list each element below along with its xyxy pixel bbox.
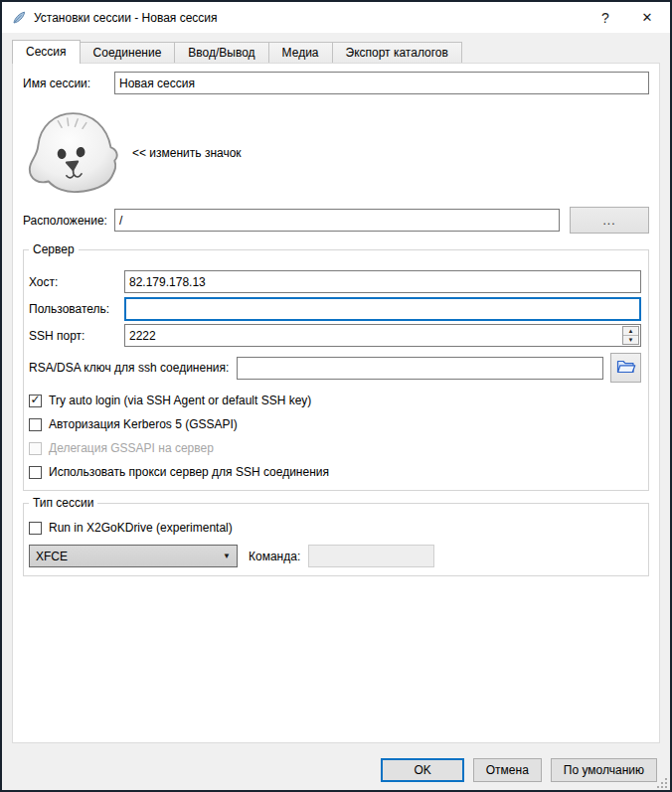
host-label: Хост:	[29, 275, 124, 289]
browse-button[interactable]: ...	[570, 207, 649, 234]
path-input[interactable]	[114, 209, 560, 232]
folder-icon	[616, 359, 636, 378]
ssh-port-label: SSH порт:	[29, 329, 124, 343]
tab-shared-folders[interactable]: Экспорт каталогов	[332, 42, 462, 63]
session-name-label: Имя сессии:	[23, 77, 114, 90]
checkbox-disabled-icon	[29, 442, 42, 455]
titlebar[interactable]: Установки сессии - Новая сессия ? ✕	[2, 2, 670, 33]
close-button[interactable]: ✕	[626, 2, 668, 33]
browse-key-button[interactable]	[610, 353, 641, 383]
help-button[interactable]: ?	[585, 2, 626, 33]
tab-media[interactable]: Медиа	[268, 42, 333, 63]
user-input[interactable]	[124, 297, 641, 321]
server-group-title: Сервер	[29, 242, 79, 256]
host-input[interactable]	[124, 270, 641, 293]
footer: OK Отмена По умолчанию	[12, 758, 660, 782]
resize-grip[interactable]	[656, 777, 667, 788]
command-label: Команда:	[249, 550, 300, 563]
tabbar: Сессия Соединение Ввод/Вывод Медиа Экспо…	[12, 39, 660, 63]
session-type-group-title: Тип сессии	[29, 496, 97, 510]
checkbox-gssapi-delegation: Делегация GSSAPI на сервер	[29, 438, 641, 458]
checkbox-ssh-proxy[interactable]: Использовать прокси сервер для SSH соеди…	[29, 462, 641, 482]
checkbox-try-auto-login[interactable]: ✓ Try auto login (via SSH Agent or defau…	[29, 391, 641, 410]
session-type-group: Тип сессии Run in X2GoKDrive (experiment…	[23, 503, 649, 576]
checkbox-unchecked-icon	[29, 466, 42, 479]
window-title: Установки сессии - Новая сессия	[34, 11, 585, 25]
session-settings-dialog: Установки сессии - Новая сессия ? ✕ Сесс…	[0, 0, 672, 792]
tab-input-output[interactable]: Ввод/Вывод	[174, 42, 268, 63]
dialog-body: Сессия Соединение Ввод/Вывод Медиа Экспо…	[2, 33, 670, 790]
server-group: Сервер Хост: Пользователь: SSH порт: ▲	[23, 249, 649, 491]
session-seal-icon[interactable]	[26, 109, 120, 197]
user-label: Пользователь:	[29, 302, 124, 316]
ssh-key-input[interactable]	[237, 357, 603, 380]
defaults-button[interactable]: По умолчанию	[551, 758, 657, 782]
ssh-port-input[interactable]	[124, 324, 641, 347]
checkbox-x2gokdrive[interactable]: Run in X2GoKDrive (experimental)	[29, 518, 641, 538]
checkbox-unchecked-icon	[29, 418, 42, 431]
feather-icon	[11, 10, 27, 26]
session-name-input[interactable]	[114, 72, 649, 94]
spin-down-icon[interactable]: ▼	[623, 336, 638, 344]
checkbox-unchecked-icon	[29, 522, 42, 535]
change-icon-label: << изменить значок	[132, 146, 242, 160]
session-type-select[interactable]: XFCE ▼	[29, 545, 238, 567]
cancel-button[interactable]: Отмена	[473, 758, 542, 782]
tab-page-session: Имя сессии:	[12, 63, 660, 743]
ok-button[interactable]: OK	[381, 758, 463, 782]
checkbox-kerberos[interactable]: Авторизация Kerberos 5 (GSSAPI)	[29, 414, 641, 434]
tab-connection[interactable]: Соединение	[80, 42, 176, 63]
spin-up-icon[interactable]: ▲	[623, 327, 638, 336]
ssh-key-label: RSA/DSA ключ для ssh соединения:	[29, 361, 229, 375]
session-type-value: XFCE	[36, 550, 223, 563]
chevron-down-icon: ▼	[223, 552, 231, 560]
command-input	[308, 545, 434, 567]
ssh-port-spinbox: ▲ ▼	[124, 324, 641, 347]
checkbox-checked-icon: ✓	[29, 395, 42, 407]
path-label: Расположение:	[23, 214, 114, 228]
tab-session[interactable]: Сессия	[12, 40, 81, 64]
